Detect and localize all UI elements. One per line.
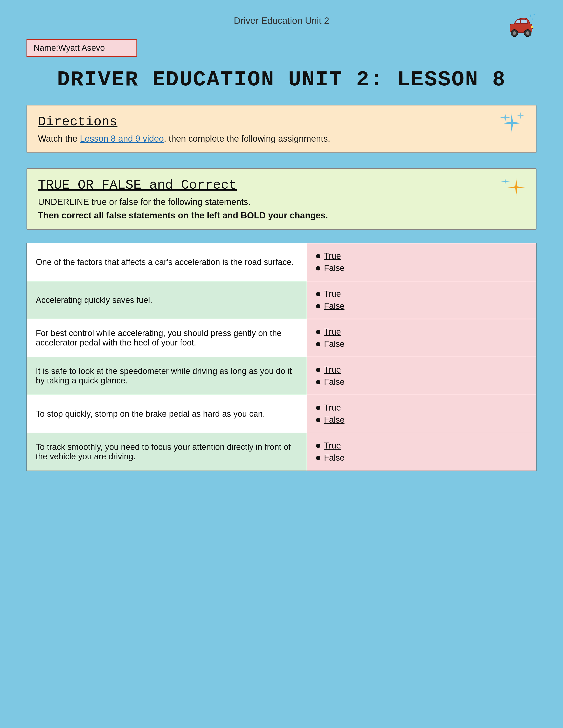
main-title: DRIVER EDUCATION UNIT 2: Lesson 8	[26, 68, 537, 92]
table-row: For best control while accelerating, you…	[27, 319, 536, 357]
answer-cell: TrueFalse	[307, 433, 536, 471]
table-row: Accelerating quickly saves fuel.TrueFals…	[27, 281, 536, 319]
tf-bold-text: Then correct all false statements on the…	[38, 210, 525, 220]
false-option: False	[316, 339, 527, 349]
statement-cell: For best control while accelerating, you…	[27, 319, 307, 357]
answer-cell: TrueFalse	[307, 243, 536, 281]
directions-text-before: Watch the	[38, 134, 80, 143]
false-option: False	[316, 453, 527, 463]
false-option: False	[316, 377, 527, 387]
true-option: True	[316, 441, 527, 450]
statement-cell: To track smoothly, you need to focus you…	[27, 433, 307, 471]
lesson-video-link[interactable]: Lesson 8 and 9 video	[80, 134, 164, 143]
answer-cell: TrueFalse	[307, 395, 536, 433]
table-row: To stop quickly, stomp on the brake peda…	[27, 395, 536, 433]
svg-text:✦: ✦	[533, 13, 535, 16]
answer-cell: TrueFalse	[307, 319, 536, 357]
true-option: True	[316, 327, 527, 337]
answer-cell: TrueFalse	[307, 357, 536, 395]
answer-cell: TrueFalse	[307, 281, 536, 319]
statement-cell: Accelerating quickly saves fuel.	[27, 281, 307, 319]
directions-text: Watch the Lesson 8 and 9 video, then com…	[38, 134, 525, 144]
svg-text:✦: ✦	[532, 18, 533, 20]
svg-point-7	[526, 31, 529, 35]
directions-box: Directions Watch the Lesson 8 and 9 vide…	[26, 105, 537, 153]
header-title: Driver Education Unit 2	[234, 15, 329, 26]
sparkles-blue-icon	[499, 112, 525, 139]
tf-heading: TRUE OR FALSE and Correct	[38, 178, 525, 193]
svg-marker-12	[517, 112, 524, 119]
directions-heading: Directions	[38, 114, 525, 129]
false-option: False	[316, 301, 527, 311]
tf-subtext: UNDERLINE true or false for the followin…	[38, 197, 525, 207]
table-row: To track smoothly, you need to focus you…	[27, 433, 536, 471]
header: Driver Education Unit 2 ✦ ✦ ✦	[26, 13, 537, 26]
svg-marker-13	[507, 178, 525, 197]
svg-marker-14	[501, 176, 510, 186]
true-option: True	[316, 365, 527, 375]
table-row: One of the factors that affects a car's …	[27, 243, 536, 281]
true-or-false-box: TRUE OR FALSE and Correct UNDERLINE true…	[26, 168, 537, 230]
car-icon: ✦ ✦ ✦	[508, 13, 537, 41]
svg-rect-8	[531, 26, 533, 28]
true-option: True	[316, 403, 527, 413]
true-option: True	[316, 251, 527, 261]
tf-table: One of the factors that affects a car's …	[26, 243, 537, 471]
directions-text-after: , then complete the following assignment…	[164, 134, 330, 143]
name-value: Wyatt Asevo	[58, 43, 105, 53]
statement-cell: One of the factors that affects a car's …	[27, 243, 307, 281]
sparkles-orange-icon	[501, 175, 525, 203]
table-row: It is safe to look at the speedometer wh…	[27, 357, 536, 395]
svg-rect-9	[532, 28, 533, 29]
name-box: Name:Wyatt Asevo	[26, 39, 137, 57]
svg-marker-11	[500, 113, 510, 123]
name-label: Name:	[34, 43, 58, 53]
svg-point-5	[513, 31, 516, 35]
svg-text:✦: ✦	[529, 14, 532, 18]
false-option: False	[316, 263, 527, 273]
false-option: False	[316, 415, 527, 425]
true-option: True	[316, 289, 527, 299]
statement-cell: It is safe to look at the speedometer wh…	[27, 357, 307, 395]
statement-cell: To stop quickly, stomp on the brake peda…	[27, 395, 307, 433]
